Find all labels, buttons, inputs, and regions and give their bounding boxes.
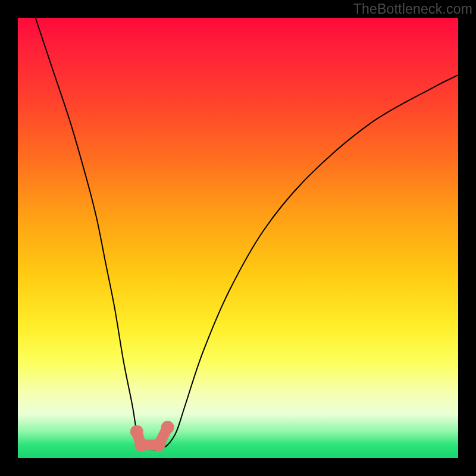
trough-left	[130, 425, 143, 439]
bottleneck-curve	[36, 18, 458, 450]
watermark-text: TheBottleneck.com	[353, 1, 472, 17]
trough-mid-l	[134, 439, 148, 452]
trough-right	[161, 421, 174, 434]
trough-markers	[130, 421, 174, 452]
chart-svg	[18, 18, 458, 458]
trough-mid-r	[152, 439, 165, 452]
